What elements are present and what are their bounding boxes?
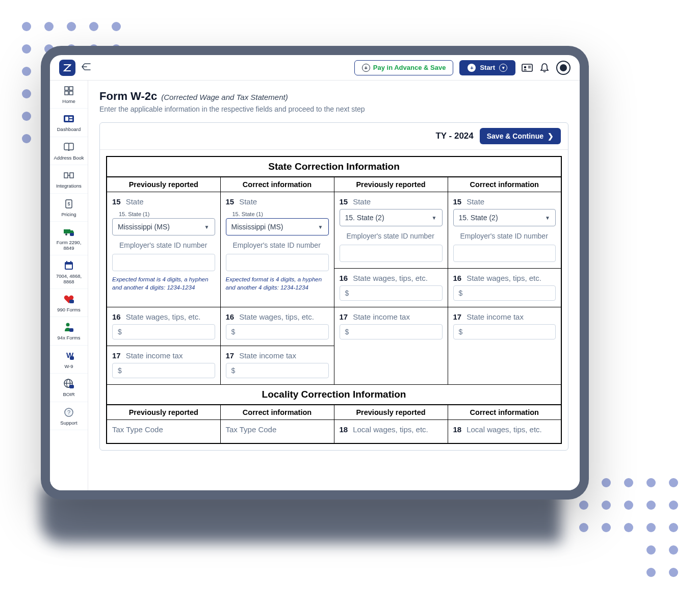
sidebar-item-label: W-9 xyxy=(64,364,73,369)
state2-prev-select[interactable]: 15. State (2) ▼ xyxy=(340,209,443,226)
state2-corr-placeholder: 15. State (2) xyxy=(459,214,498,222)
sidebar-collapse-icon[interactable] xyxy=(82,63,91,72)
employer-id-label: Employer's state ID number xyxy=(119,241,215,251)
app-header: + Pay in Advance & Save + Start ▾ xyxy=(50,55,580,81)
sidebar: Home Dashboard Address Book Integrations… xyxy=(50,81,88,490)
sidebar-item-boir[interactable]: BOIR xyxy=(50,374,88,402)
plus-filled-icon: + xyxy=(468,64,476,72)
cell-state1-prev: 15State 15. State (1) Mississippi (MS) ▼… xyxy=(107,192,220,307)
cell-state2-corr: 15State 15. State (2) ▼ Employer's state… xyxy=(448,192,561,269)
tax-corr-1-input[interactable]: $ xyxy=(226,363,329,378)
cell-17-corr-1: 17State income tax $ xyxy=(220,346,334,384)
sidebar-item-label: Home xyxy=(62,99,75,104)
wages-corr-2-input[interactable]: $ xyxy=(453,285,556,301)
svg-rect-8 xyxy=(69,91,73,95)
wages-corr-1-input[interactable]: $ xyxy=(226,324,329,339)
employer-id-prev-2-input[interactable] xyxy=(340,245,443,262)
svg-rect-23 xyxy=(66,265,72,269)
col-header-corr-2: Correct information xyxy=(448,177,561,192)
wages-prev-2-input[interactable]: $ xyxy=(340,285,443,301)
sidebar-item-home[interactable]: Home xyxy=(50,81,88,109)
sidebar-item-990[interactable]: 990 Forms xyxy=(50,289,88,317)
cell-17-prev-1: 17State income tax $ xyxy=(107,346,220,384)
wages-prev-1-input[interactable]: $ xyxy=(112,324,215,339)
sidebar-item-7004[interactable]: 7004, 4868, 8868 xyxy=(50,255,88,289)
employer-id-corr-1-input[interactable] xyxy=(226,254,329,271)
chevron-down-icon: ▾ xyxy=(499,64,507,72)
employer-id-prev-1-input[interactable] xyxy=(112,254,215,271)
svg-rect-6 xyxy=(69,87,73,90)
state1-corr-value: Mississippi (MS) xyxy=(231,223,283,231)
sidebar-item-form-2290[interactable]: Form 2290, 8849 xyxy=(50,222,88,255)
state2-corr-select[interactable]: 15. State (2) ▼ xyxy=(453,209,556,226)
sidebar-item-94x[interactable]: 94x Forms xyxy=(50,317,88,345)
svg-rect-28 xyxy=(69,328,73,332)
cell-taxtype-corr: Tax Type Code xyxy=(220,419,334,443)
logo-mark-icon xyxy=(63,64,71,72)
save-continue-button[interactable]: Save & Continue ❯ xyxy=(480,128,561,144)
sidebar-item-label: Address Book xyxy=(54,155,84,161)
loc-col-corr-2: Correct information xyxy=(448,405,561,420)
dashboard-icon xyxy=(63,113,75,125)
page-title: Form W-2c (Corrected Wage and Tax Statem… xyxy=(99,90,568,103)
loc-col-prev-1: Previously reported xyxy=(107,405,220,420)
svg-rect-18 xyxy=(64,229,70,233)
pay-in-advance-button[interactable]: + Pay in Advance & Save xyxy=(354,60,454,75)
tax-prev-1-input[interactable]: $ xyxy=(112,363,215,378)
app-screen: + Pay in Advance & Save + Start ▾ xyxy=(50,55,580,490)
w9-icon: W xyxy=(63,350,75,362)
loc-col-prev-2: Previously reported xyxy=(334,405,448,420)
caret-down-icon: ▼ xyxy=(204,224,210,230)
sidebar-item-dashboard[interactable]: Dashboard xyxy=(50,109,88,137)
plus-circle-icon: + xyxy=(362,64,370,72)
save-continue-label: Save & Continue xyxy=(487,132,543,140)
contact-card-icon[interactable] xyxy=(522,62,533,73)
bell-icon[interactable] xyxy=(539,62,550,73)
col-header-corr-1: Correct information xyxy=(220,177,334,192)
address-book-icon xyxy=(63,141,75,153)
sidebar-item-label: 7004, 4868, 8868 xyxy=(52,274,86,284)
svg-point-27 xyxy=(66,323,70,327)
sidebar-item-label: Support xyxy=(60,421,77,426)
tax-year-label: TY - 2024 xyxy=(435,131,473,141)
sidebar-item-label: Integrations xyxy=(56,183,82,189)
svg-rect-30 xyxy=(70,356,74,360)
state1-corr-select[interactable]: Mississippi (MS) ▼ xyxy=(226,218,329,235)
support-icon: ? xyxy=(63,406,75,418)
tax-prev-2-input[interactable]: $ xyxy=(340,324,443,339)
svg-rect-26 xyxy=(69,300,74,303)
sidebar-item-support[interactable]: ? Support xyxy=(50,402,88,430)
cell-18-prev: 18Local wages, tips, etc. xyxy=(334,419,448,443)
tax-corr-2-input[interactable]: $ xyxy=(453,324,556,339)
sidebar-item-address-book[interactable]: Address Book xyxy=(50,137,88,165)
svg-rect-13 xyxy=(64,173,68,178)
chevron-right-icon: ❯ xyxy=(548,132,554,140)
svg-rect-7 xyxy=(65,91,68,95)
cell-16-prev-1: 16State wages, tips, etc. $ xyxy=(107,307,220,346)
sidebar-item-label: 990 Forms xyxy=(57,307,80,312)
svg-rect-34 xyxy=(69,385,74,388)
cell-16-corr-1: 16State wages, tips, etc. $ xyxy=(220,307,334,346)
sidebar-item-label: Dashboard xyxy=(57,127,81,132)
user-avatar[interactable] xyxy=(556,61,571,75)
app-logo[interactable] xyxy=(59,60,75,76)
calendar-icon xyxy=(63,259,75,272)
start-button[interactable]: + Start ▾ xyxy=(459,60,515,75)
pricing-icon: $ xyxy=(63,198,75,210)
caret-down-icon: ▼ xyxy=(432,215,437,221)
svg-point-2 xyxy=(524,66,526,68)
sidebar-item-w9[interactable]: W W-9 xyxy=(50,346,88,374)
svg-point-19 xyxy=(65,233,67,235)
caret-down-icon: ▼ xyxy=(318,224,323,230)
cell-state1-corr: 15State 15. State (1) Mississippi (MS) ▼… xyxy=(220,192,334,307)
state1-prev-select[interactable]: Mississippi (MS) ▼ xyxy=(112,218,215,235)
col-header-prev-2: Previously reported xyxy=(334,177,448,192)
locality-section-title: Locality Correction Information xyxy=(107,384,561,405)
svg-rect-12 xyxy=(69,119,72,121)
employer-id-corr-2-input[interactable] xyxy=(453,245,556,262)
sidebar-item-pricing[interactable]: $ Pricing xyxy=(50,194,88,222)
sidebar-item-label: Form 2290, 8849 xyxy=(52,240,86,251)
cell-17-prev-2: 17State income tax $ xyxy=(334,307,448,384)
svg-rect-5 xyxy=(65,87,68,90)
sidebar-item-integrations[interactable]: Integrations xyxy=(50,165,88,193)
